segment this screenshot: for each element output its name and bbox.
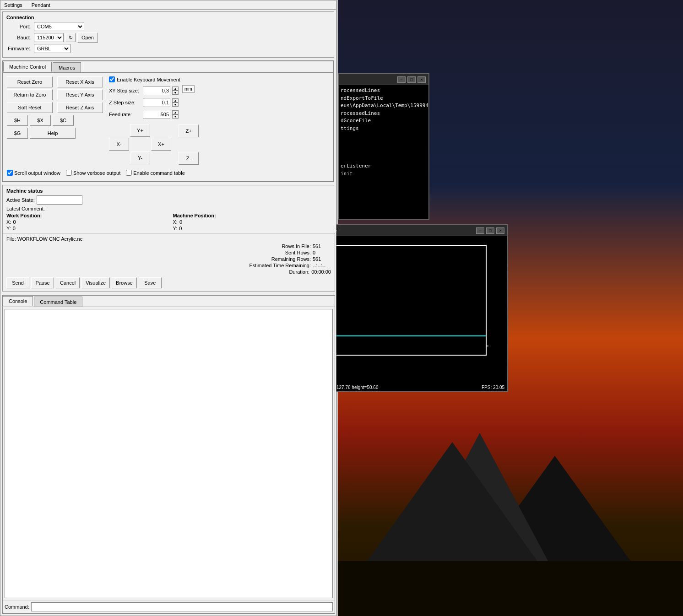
- console-area: [5, 309, 333, 598]
- xy-step-label: XY Step size:: [109, 88, 141, 93]
- visualizer-maximize-button[interactable]: □: [486, 227, 494, 234]
- show-verbose-label: Show verbose output: [66, 170, 120, 176]
- xy-step-up[interactable]: ▲: [172, 86, 179, 91]
- tab-header: Machine Control Macros: [3, 61, 333, 73]
- mm-badge: mm: [182, 85, 195, 93]
- mountain-left: [361, 442, 544, 570]
- debug-line: ndExportToFile: [341, 95, 427, 103]
- scroll-output-text: Scroll output window: [14, 170, 60, 176]
- visualizer-fps: FPS: 20.05: [482, 385, 504, 390]
- menu-pendant[interactable]: Pendant: [30, 2, 52, 8]
- sent-rows-value: 0: [313, 250, 331, 255]
- bottom-section: File: WORKFLOW CNC Acrylic.nc Rows In Fi…: [0, 231, 337, 616]
- port-select[interactable]: COM5: [34, 22, 84, 31]
- file-name: File: WORKFLOW CNC Acrylic.nc: [6, 236, 331, 242]
- tab-macros[interactable]: Macros: [53, 62, 81, 72]
- x-minus-button[interactable]: X-: [109, 138, 129, 151]
- return-to-zero-button[interactable]: Return to Zero: [7, 89, 53, 100]
- feed-rate-down[interactable]: ▼: [172, 114, 179, 119]
- visualizer-window-buttons: − □ ×: [476, 227, 504, 234]
- z-step-down[interactable]: ▼: [172, 103, 179, 107]
- reset-y-axis-button[interactable]: Reset Y Axis: [57, 89, 103, 100]
- refresh-ports-button[interactable]: ↻: [65, 33, 76, 42]
- menu-settings[interactable]: Settings: [2, 2, 24, 8]
- latest-comment-field: Latest Comment:: [6, 206, 330, 211]
- firmware-label: Firmware:: [6, 46, 30, 51]
- dir-empty-bl: [109, 151, 129, 164]
- show-verbose-checkbox[interactable]: [66, 170, 72, 176]
- scroll-output-checkbox[interactable]: [7, 170, 13, 176]
- work-position-label: Work Position:: [6, 213, 164, 218]
- soft-reset-button[interactable]: Soft Reset: [7, 102, 53, 113]
- est-time-row: Estimated Time Remaining: --:--:--: [6, 263, 331, 268]
- save-button[interactable]: Save: [139, 277, 162, 288]
- feed-rate-row: Feed rate: ▲ ▼: [109, 110, 179, 119]
- latest-comment-label: Latest Comment:: [6, 206, 45, 211]
- enable-command-table-checkbox[interactable]: [126, 170, 132, 176]
- work-x-label: X:: [6, 219, 11, 225]
- file-section: File: WORKFLOW CNC Acrylic.nc Rows In Fi…: [2, 233, 335, 292]
- main-window: Settings Pendant Connection Port: COM5 B…: [0, 0, 336, 616]
- rows-in-file-label: Rows In File:: [247, 243, 311, 249]
- ground: [338, 561, 683, 616]
- x-plus-button[interactable]: X+: [151, 138, 171, 151]
- right-control-panel: Enable Keyboard Movement XY Step size:: [109, 76, 330, 165]
- command-input[interactable]: [31, 602, 333, 611]
- debug-line: rocessedLines: [341, 87, 427, 95]
- baud-select[interactable]: 115200: [34, 33, 64, 42]
- xy-step-spinner: ▲ ▼: [172, 86, 179, 95]
- tab-command-table[interactable]: Command Table: [34, 297, 82, 307]
- pause-button[interactable]: Pause: [31, 277, 54, 288]
- work-x-value: 0: [13, 219, 16, 225]
- feed-rate-input[interactable]: [143, 110, 170, 119]
- est-time-value: --:--:--: [313, 263, 331, 268]
- main-content: Connection Port: COM5 Baud: 115200 ↻ Ope…: [0, 10, 336, 246]
- visualizer-close-button[interactable]: ×: [496, 227, 504, 234]
- open-connection-button[interactable]: Open: [77, 32, 98, 43]
- visualizer-minimize-button[interactable]: −: [476, 227, 484, 234]
- sg-button[interactable]: $G: [7, 128, 28, 139]
- sh-button[interactable]: $H: [7, 115, 28, 126]
- xy-step-down[interactable]: ▼: [172, 91, 179, 95]
- sx-button[interactable]: $X: [30, 115, 51, 126]
- y-plus-button[interactable]: Y+: [130, 124, 150, 137]
- xy-direction-pad: Y+ X- X+ Y-: [109, 124, 171, 165]
- z-step-input[interactable]: [143, 98, 170, 107]
- reset-x-axis-button[interactable]: Reset X Axis: [57, 76, 103, 87]
- cancel-button[interactable]: Cancel: [56, 277, 80, 288]
- remaining-rows-value: 561: [313, 256, 331, 262]
- firmware-select[interactable]: GRBL: [34, 44, 70, 53]
- reset-zero-button[interactable]: Reset Zero: [7, 76, 53, 87]
- debug-content: rocessedLines ndExportToFile eus\AppData…: [339, 85, 428, 179]
- tab-console[interactable]: Console: [3, 296, 33, 306]
- send-button[interactable]: Send: [6, 277, 29, 288]
- machine-x-row: X: 0: [173, 219, 331, 225]
- tab-machine-control[interactable]: Machine Control: [3, 62, 52, 72]
- debug-line: eus\AppData\Local\Temp\15999459: [341, 102, 427, 110]
- debug-window-buttons: − □ ×: [397, 76, 426, 83]
- machine-y-label: Y:: [173, 226, 178, 231]
- z-step-up[interactable]: ▲: [172, 98, 179, 103]
- reset-z-axis-button[interactable]: Reset Z Axis: [57, 102, 103, 113]
- debug-close-button[interactable]: ×: [417, 76, 426, 83]
- z-step-spinner: ▲ ▼: [172, 98, 179, 107]
- work-y-value: 0: [13, 226, 16, 231]
- visualize-button[interactable]: Visualize: [81, 277, 110, 288]
- enable-keyboard-checkbox[interactable]: [109, 76, 115, 82]
- debug-minimize-button[interactable]: −: [397, 76, 406, 83]
- z-plus-button[interactable]: Z+: [179, 124, 199, 137]
- z-minus-button[interactable]: Z-: [179, 152, 199, 165]
- enable-command-table-label: Enable command table: [126, 170, 185, 176]
- browse-button[interactable]: Browse: [112, 277, 137, 288]
- active-state-label: Active State:: [6, 197, 35, 203]
- feed-rate-up[interactable]: ▲: [172, 110, 179, 114]
- debug-maximize-button[interactable]: □: [407, 76, 416, 83]
- debug-line: [341, 147, 427, 155]
- xy-step-input[interactable]: [143, 86, 170, 95]
- help-button[interactable]: Help: [30, 128, 76, 139]
- z-step-row: Z Step size: ▲ ▼: [109, 98, 179, 107]
- y-minus-button[interactable]: Y-: [130, 151, 150, 164]
- sc-button[interactable]: $C: [53, 115, 74, 126]
- console-tab-header: Console Command Table: [3, 296, 335, 307]
- active-state-field: Active State:: [6, 195, 330, 205]
